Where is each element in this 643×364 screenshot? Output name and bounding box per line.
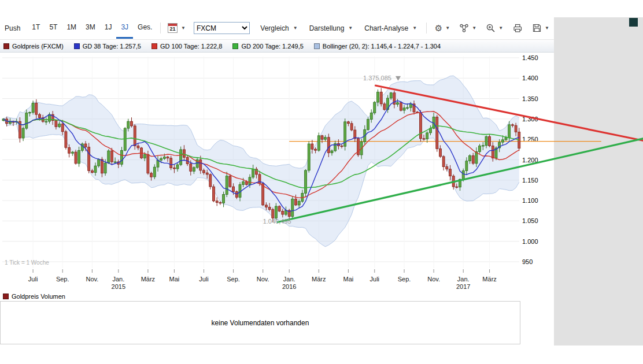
chevron-down-icon: ▼	[498, 25, 503, 31]
legend-item-bollinger: Bollinger (20, 2): 1.145,4 - 1.224,7 - 1…	[314, 43, 441, 50]
svg-text:1.000: 1.000	[522, 238, 538, 245]
range-button-1t[interactable]: 1T	[27, 17, 45, 39]
svg-text:1.375,085: 1.375,085	[363, 75, 391, 81]
svg-text:1.450: 1.450	[522, 54, 538, 61]
chart-legend: Goldpreis (FXCM) GD 38 Tage: 1.257,5 GD …	[0, 39, 554, 53]
svg-text:Mai: Mai	[343, 276, 354, 283]
calendar-icon: 21	[168, 23, 178, 33]
range-button-ges[interactable]: Ges.	[133, 17, 157, 39]
legend-item-gd38: GD 38 Tage: 1.257,5	[74, 43, 141, 50]
series-swatch	[232, 43, 238, 49]
range-button-3j[interactable]: 3J	[116, 17, 133, 39]
range-button-1j[interactable]: 1J	[100, 17, 117, 39]
toolbar-separator	[426, 23, 427, 34]
volume-swatch	[3, 294, 9, 299]
compare-menu-button[interactable]: Vergleich ▼	[254, 17, 303, 39]
svg-text:März: März	[141, 276, 155, 283]
nodes-icon	[459, 23, 469, 33]
chevron-down-icon: ▼	[348, 25, 353, 31]
chevron-down-icon: ▼	[293, 25, 298, 31]
svg-text:1.100: 1.100	[522, 197, 538, 204]
settings-button[interactable]: ⚙ ▼	[430, 17, 454, 39]
volume-empty-message: keine Volumendaten vorhanden	[212, 319, 309, 327]
toolbar-separator	[160, 23, 161, 34]
chevron-down-icon: ▼	[412, 25, 417, 31]
legend-item-goldpreis: Goldpreis (FXCM)	[3, 43, 64, 50]
series-swatch	[151, 43, 157, 49]
chevron-down-icon: ▼	[445, 25, 450, 31]
svg-text:2015: 2015	[112, 283, 125, 290]
svg-text:2016: 2016	[282, 283, 296, 290]
svg-text:Jan.: Jan.	[457, 276, 470, 283]
chevron-down-icon: ▼	[545, 25, 549, 31]
indicators-button[interactable]: ▼	[454, 17, 481, 39]
legend-item-gd200: GD 200 Tage: 1.249,5	[232, 43, 303, 50]
svg-text:Juli: Juli	[370, 276, 380, 283]
svg-text:Juli: Juli	[199, 276, 209, 283]
print-button[interactable]	[508, 17, 527, 39]
range-button-5t[interactable]: 5T	[45, 17, 62, 39]
range-button-1m[interactable]: 1M	[62, 17, 81, 39]
printer-icon	[512, 23, 523, 33]
chart-toolbar: Push 1T 5T 1M 3M 1J 3J Ges. 21 ▼ FXCM Ve…	[0, 17, 554, 39]
save-button[interactable]: ▼	[527, 17, 554, 39]
series-swatch	[3, 43, 9, 49]
svg-text:Juli: Juli	[28, 276, 38, 283]
svg-text:2017: 2017	[456, 283, 470, 290]
svg-text:1.250: 1.250	[522, 136, 538, 143]
svg-text:Jan.: Jan.	[112, 276, 124, 283]
svg-text:1 Tick = 1 Woche: 1 Tick = 1 Woche	[5, 259, 49, 266]
svg-text:Jan.: Jan.	[283, 276, 295, 283]
svg-text:Sep.: Sep.	[227, 276, 240, 283]
svg-text:1.046,495: 1.046,495	[263, 218, 291, 225]
series-swatch	[314, 43, 320, 49]
push-button[interactable]: Push	[0, 17, 27, 39]
svg-text:Nov.: Nov.	[86, 276, 98, 283]
svg-text:Nov.: Nov.	[257, 276, 269, 283]
volume-legend-label: Goldpreis Volumen	[12, 293, 65, 300]
svg-text:Mai: Mai	[169, 276, 180, 283]
display-menu-button[interactable]: Darstellung ▼	[304, 17, 359, 39]
chart-analysis-menu-button[interactable]: Chart-Analyse ▼	[359, 17, 423, 39]
chevron-down-icon: ▼	[181, 25, 186, 31]
svg-text:Sep.: Sep.	[56, 276, 69, 283]
svg-text:Sep.: Sep.	[398, 276, 411, 283]
chevron-down-icon: ▼	[472, 25, 476, 31]
svg-text:1.150: 1.150	[522, 177, 538, 184]
save-icon	[532, 23, 542, 33]
feed-select[interactable]: FXCM	[194, 22, 250, 34]
zoom-button[interactable]: ▼	[481, 17, 508, 39]
svg-text:März: März	[482, 276, 496, 283]
svg-text:1.400: 1.400	[522, 75, 538, 81]
zoom-in-icon	[486, 23, 496, 33]
volume-empty-box: keine Volumendaten vorhanden	[0, 301, 520, 344]
gear-icon: ⚙	[435, 24, 442, 32]
svg-text:950: 950	[522, 258, 533, 265]
svg-text:1.350: 1.350	[522, 95, 538, 102]
svg-text:Nov.: Nov.	[427, 276, 440, 283]
range-button-3m[interactable]: 3M	[81, 17, 100, 39]
chart-application: 1.4501.4001.3501.3001.2501.2001.1501.100…	[0, 0, 643, 364]
series-swatch	[74, 43, 80, 49]
svg-text:1.050: 1.050	[522, 217, 538, 224]
svg-text:März: März	[312, 276, 326, 283]
date-picker-button[interactable]: 21 ▼	[164, 17, 189, 39]
legend-item-gd100: GD 100 Tage: 1.222,8	[151, 43, 222, 50]
volume-legend: Goldpreis Volumen	[3, 293, 65, 300]
